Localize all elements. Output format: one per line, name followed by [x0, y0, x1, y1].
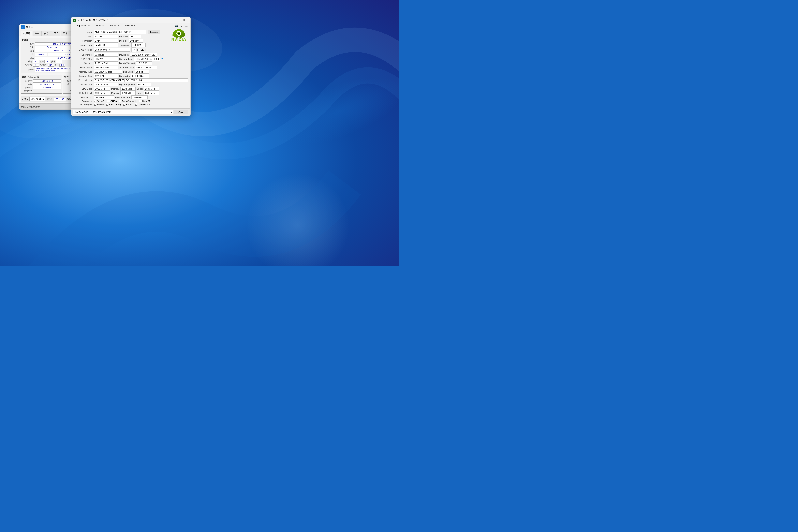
gpuz-menu-button[interactable]: ☰: [184, 23, 189, 28]
gpuz-physx-label: PhysX: [126, 103, 133, 106]
cpuz-stepping-label: 步进: [51, 60, 55, 63]
cpuz-revision-label: 修订: [55, 64, 59, 67]
gpuz-pixel-fillrate-row: Pixel Fillrate 207.8 GPixel/s Texture Fi…: [73, 66, 188, 69]
gpuz-bios-label: BIOS Version: [73, 49, 92, 51]
gpuz-sli-label: NVIDIA SLI: [73, 96, 92, 98]
gpuz-minimize-button[interactable]: ─: [160, 17, 169, 23]
gpuz-opencl-checkbox[interactable]: ✓: [94, 100, 96, 102]
gpuz-boost-value: 2597 MHz: [144, 87, 159, 91]
gpuz-release-date-value: Jan 8, 2024: [94, 43, 118, 47]
cpuz-spec-label: 规格: [22, 57, 34, 60]
gpuz-uefi-checkbox[interactable]: ✓: [137, 49, 140, 51]
gpuz-physx-checkbox[interactable]: ✓: [123, 103, 126, 106]
cpuz-core-speed-label: 核心速度: [22, 80, 32, 82]
gpuz-digital-sig-value: WHQL: [137, 83, 151, 87]
cpuz-app-icon: Z: [21, 25, 25, 29]
gpuz-subvendor-value: Gigabyte: [94, 53, 118, 57]
cpuz-ext-family-value: 6: [33, 64, 39, 67]
cpuz-codename-value: Raptor Lake: [35, 46, 70, 49]
gpuz-device-id-value: 10DE 2783 - 1458 4138: [130, 53, 157, 57]
gpuz-opengl-checkbox[interactable]: ✓: [135, 103, 137, 106]
gpuz-tab-validation[interactable]: Validation: [122, 23, 138, 28]
gpuz-die-size-value: 294 mm²: [129, 39, 143, 42]
gpuz-close-button[interactable]: ✕: [179, 17, 189, 23]
gpuz-bus-width-value: 192 bit: [135, 70, 149, 74]
gpuz-tab-graphics-card[interactable]: Graphics Card: [73, 23, 93, 28]
cpuz-process-value: 10 纳米: [35, 53, 47, 56]
gpuz-driver-version-label: Driver Version: [73, 79, 92, 81]
gpuz-subvendor-label: Subvendor: [73, 54, 92, 56]
gpuz-cuda-item: ✓ CUDA: [107, 100, 117, 102]
cpuz-fsb-row: 锁定 FSB: [22, 90, 61, 92]
gpuz-uefi-row: ✓ UEFI: [137, 49, 146, 51]
cpuz-ext-family-label: 扩展系列: [22, 64, 32, 67]
cpuz-bus-speed-label: 总线速度: [22, 87, 32, 89]
gpuz-shaders-row: Shaders 7168 Unified DirectX Support 12 …: [73, 61, 188, 65]
gpuz-cuda-checkbox[interactable]: ✓: [107, 100, 110, 102]
gpuz-shaders-value: 7168 Unified: [94, 61, 118, 65]
gpuz-rops-label: ROPs/TMUs: [73, 58, 92, 60]
nvidia-eye-logo: [171, 28, 187, 38]
gpuz-titlebar[interactable]: G TechPowerUp GPU-Z 2.57.0 ─ □ ✕: [71, 17, 190, 23]
gpuz-bus-question-icon[interactable]: ?: [162, 58, 163, 61]
gpuz-memory-size-value: 12288 MB: [94, 74, 118, 78]
gpuz-vulkan-checkbox[interactable]: ✓: [94, 103, 96, 106]
gpuz-memory-size-row: Memory Size 12288 MB Bandwidth 513.8 GB/…: [73, 74, 188, 78]
gpuz-vulkan-label: Vulkan: [97, 103, 103, 106]
cpuz-core-speed-value: 5700.00 MHz: [33, 79, 61, 82]
cpuz-model-label: 型号: [40, 60, 43, 63]
cpuz-tab-spd[interactable]: SPD: [51, 31, 60, 36]
cpuz-clock-section: 时钟 (P-Core #0) 核心速度 5700.00 MHz 倍频 x 57.…: [21, 75, 62, 94]
gpuz-close-btn[interactable]: Close: [174, 110, 188, 114]
gpuz-bios-value: 95.04.69.00.F7: [94, 48, 130, 52]
gpuz-default-clock-label: Default Clock: [73, 92, 92, 94]
gpuz-memory-type-row: Memory Type GDDR6X (Micron) Bus Width 19…: [73, 70, 188, 74]
gpuz-camera-button[interactable]: 📷: [174, 23, 179, 28]
cpuz-clock-title: 时钟 (P-Core #0): [22, 76, 61, 79]
cpuz-name-label: 名字: [22, 42, 34, 45]
cpuz-processor-select[interactable]: 处理器 #1: [30, 97, 45, 101]
gpuz-directcompute-label: DirectCompute: [122, 100, 137, 102]
gpuz-directx-value: 12 (12_2): [136, 61, 152, 65]
gpuz-directml-checkbox[interactable]: ✓: [139, 100, 142, 102]
gpuz-default-memory-label: Memory: [111, 92, 119, 94]
gpuz-refresh-button[interactable]: ↻: [179, 23, 184, 28]
gpuz-vulkan-item: ✓ Vulkan: [94, 103, 103, 106]
cpuz-tab-mainboard[interactable]: 主板: [33, 31, 41, 36]
gpuz-uefi-label: UEFI: [140, 49, 146, 51]
cpuz-bus-speed-row: 总线速度 100.00 MHz: [22, 86, 61, 89]
cpuz-codename-label: 代号: [22, 46, 34, 49]
gpuz-transistors-label: Transistors: [119, 44, 130, 46]
gpuz-driver-version-row: Driver Version 31.0.15.5123 (NVIDIA 551.…: [73, 78, 188, 82]
gpuz-sli-row: NVIDIA SLI Disabled Resizable BAR Disabl…: [73, 95, 188, 99]
gpuz-raytracing-checkbox[interactable]: ✓: [106, 103, 108, 106]
gpuz-bios-share-button[interactable]: ↗: [131, 48, 136, 52]
cpuz-tab-graphics[interactable]: 显卡: [61, 31, 70, 36]
gpuz-app-icon: G: [73, 19, 76, 22]
gpuz-default-boost-value: 2565 MHz: [144, 91, 159, 95]
gpuz-bandwidth-label: Bandwidth: [119, 75, 130, 77]
gpuz-nav-row: Graphics Card Sensors Advanced Validatio…: [71, 23, 190, 28]
gpuz-tab-sensors[interactable]: Sensors: [93, 23, 107, 28]
gpuz-raytracing-item: ✓ Ray Tracing: [106, 103, 121, 106]
gpuz-footer: NVIDIA GeForce RTX 4070 SUPER Close: [71, 109, 190, 116]
gpuz-computing-checks: ✓ OpenCL ✓ CUDA ✓ DirectCompute ✓ Direct…: [94, 100, 151, 102]
gpuz-directcompute-checkbox[interactable]: ✓: [119, 100, 121, 102]
cpuz-tab-processor[interactable]: 处理器: [21, 31, 32, 36]
cpuz-tab-memory[interactable]: 内存: [42, 31, 51, 36]
gpuz-gpu-selector[interactable]: NVIDIA GeForce RTX 4070 SUPER: [73, 110, 173, 114]
gpuz-resizable-bar-value: Disabled: [131, 95, 148, 99]
gpuz-lookup-button[interactable]: Lookup: [148, 30, 160, 34]
gpuz-name-label: Name: [73, 31, 92, 33]
cpuz-socket-label: 插槽: [22, 50, 34, 52]
gpuz-boost-label: Boost: [137, 88, 142, 90]
gpuz-directml-label: DirectML: [142, 100, 151, 102]
cpuz-bus-speed-value: 100.00 MHz: [33, 86, 61, 89]
gpuz-opencl-item: ✓ OpenCL: [94, 100, 105, 102]
cpuz-selected-label: 已选择: [22, 98, 28, 100]
gpuz-maximize-button[interactable]: □: [170, 17, 179, 23]
gpuz-bandwidth-value: 513.8 GB/s: [131, 74, 149, 78]
gpuz-default-boost-label: Boost: [137, 92, 142, 94]
gpuz-opengl-item: ✓ OpenGL 4.6: [135, 103, 150, 106]
gpuz-tab-advanced[interactable]: Advanced: [107, 23, 122, 28]
